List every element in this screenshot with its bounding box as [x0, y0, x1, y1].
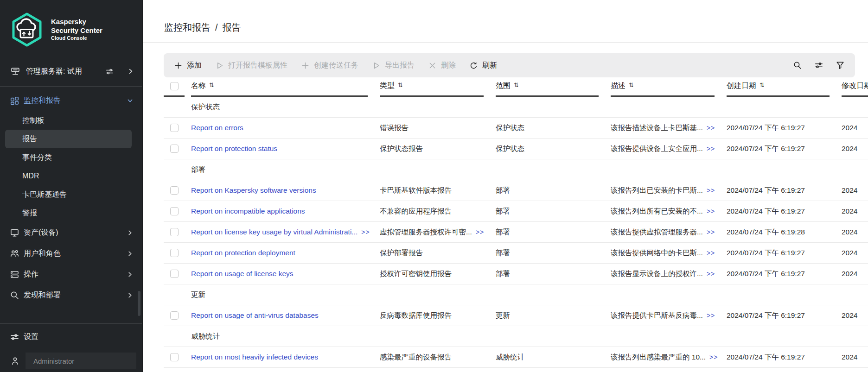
breadcrumb-parent[interactable]: 监控和报告: [164, 21, 211, 34]
column-header-modified[interactable]: 修改日期 ⇅: [842, 81, 868, 97]
column-header-description[interactable]: 描述 ⇅: [611, 81, 727, 97]
toolbar-button-3[interactable]: 导出报告: [372, 61, 415, 70]
toolbar-button-4[interactable]: 删除: [428, 61, 456, 70]
row-checkbox[interactable]: [170, 186, 179, 195]
report-modified-date: 2024: [842, 249, 868, 257]
filter-settings-icon[interactable]: [814, 61, 823, 70]
sort-icon: ⇅: [514, 82, 519, 88]
report-name-link[interactable]: Report on errors: [191, 124, 243, 132]
column-header-name[interactable]: 名称 ⇅: [191, 81, 380, 97]
report-created-date: 2024/07/24 下午 6:19:27: [727, 207, 842, 216]
row-checkbox[interactable]: [170, 270, 179, 278]
description-expand-link[interactable]: >>: [707, 312, 715, 319]
table-row: Report on protection status保护状态报告保护状态该报告…: [164, 139, 868, 159]
sidebar-item-dashboard[interactable]: 控制板: [5, 111, 132, 130]
settings-sliders-icon: [10, 332, 19, 342]
report-name-link[interactable]: Report on Kaspersky software versions: [191, 186, 316, 195]
select-all-checkbox-header[interactable]: [164, 81, 191, 97]
table-body: 保护状态Report on errors错误报告保护状态该报告描述设备上卡巴斯基…: [164, 97, 868, 368]
sort-icon: ⇅: [398, 82, 403, 88]
description-expand-link[interactable]: >>: [707, 187, 715, 194]
report-modified-date: 2024: [842, 145, 868, 153]
sidebar-item-kaspersky-announcements[interactable]: 卡巴斯基通告: [5, 185, 132, 204]
breadcrumb: 监控和报告 / 报告: [164, 21, 868, 34]
user-name: Administrator: [26, 353, 136, 369]
table-row: Report on most heavily infected devices感…: [164, 347, 868, 368]
column-header-created[interactable]: 创建日期 ⇅: [727, 81, 842, 97]
row-checkbox[interactable]: [170, 311, 179, 320]
report-name-link[interactable]: Report on usage of anti-virus databases: [191, 311, 319, 320]
description-expand-link[interactable]: >>: [707, 208, 715, 215]
report-created-date: 2024/07/24 下午 6:19:27: [727, 269, 842, 279]
report-type: 感染最严重的设备报告: [380, 353, 452, 362]
sidebar-item-event-selections[interactable]: 事件分类: [5, 148, 132, 167]
column-header-scope[interactable]: 范围 ⇅: [496, 81, 611, 97]
report-name-link[interactable]: Report on incompatible applications: [191, 207, 305, 215]
chevron-right-icon: [127, 292, 134, 299]
sidebar-item-mdr[interactable]: MDR: [5, 167, 132, 185]
sidebar-item-alerts[interactable]: 警报: [5, 204, 132, 222]
app-logo: Kaspersky Security Center Cloud Console: [0, 0, 142, 47]
report-description: 该报告列出所有已安装的不...: [611, 207, 703, 216]
report-scope: 部署: [496, 269, 611, 279]
row-checkbox[interactable]: [170, 207, 179, 215]
description-expand-link[interactable]: >>: [707, 249, 715, 257]
sidebar-item-users-roles[interactable]: 用户和角色: [0, 243, 142, 264]
sidebar-item-operations[interactable]: 操作: [0, 264, 142, 285]
server-settings-icon[interactable]: [105, 67, 114, 76]
report-description: 该报告描述设备上卡巴斯基...: [611, 123, 703, 133]
row-checkbox[interactable]: [170, 124, 179, 132]
row-checkbox[interactable]: [170, 228, 179, 236]
report-name-link[interactable]: Report on protection deployment: [191, 249, 295, 257]
sidebar-scrollbar[interactable]: [138, 291, 140, 316]
type-expand-link[interactable]: >>: [476, 228, 484, 236]
sidebar-item-settings[interactable]: 设置: [0, 327, 142, 347]
row-checkbox[interactable]: [170, 353, 179, 361]
page-header: 监控和报告 / 报告: [143, 0, 868, 43]
users-icon: [10, 249, 19, 259]
report-name-link[interactable]: Report on usage of license keys: [191, 270, 294, 278]
report-name-link[interactable]: Report on protection status: [191, 145, 277, 153]
sidebar-item-assets-devices[interactable]: 资产(设备): [0, 222, 142, 243]
name-expand-link[interactable]: >>: [361, 228, 370, 236]
report-description: 该报告显示设备上的授权许...: [611, 269, 703, 279]
sidebar-divider: [0, 86, 142, 87]
row-checkbox[interactable]: [170, 249, 179, 257]
administration-server-selector[interactable]: 管理服务器: 试用: [0, 61, 142, 82]
description-expand-link[interactable]: >>: [709, 353, 718, 361]
funnel-icon[interactable]: [836, 61, 845, 70]
description-expand-link[interactable]: >>: [707, 145, 715, 152]
column-header-type[interactable]: 类型 ⇅: [380, 81, 496, 97]
search-icon[interactable]: [793, 61, 802, 70]
report-type: 授权许可密钥使用报告: [380, 269, 452, 279]
table-row: Report on license key usage by virtual A…: [164, 222, 868, 243]
table-row: Report on usage of license keys授权许可密钥使用报…: [164, 264, 868, 284]
toolbar-button-0[interactable]: 添加: [174, 61, 202, 70]
group-row: 更新: [164, 284, 868, 305]
report-description: 该报告提供设备上安全应用...: [611, 144, 703, 154]
current-user[interactable]: Administrator: [0, 352, 142, 370]
report-description: 该报告列出感染最严重的 10...: [611, 353, 706, 362]
sidebar-item-reports[interactable]: 报告: [5, 130, 132, 148]
report-type: 保护状态报告: [380, 144, 423, 154]
report-name-link[interactable]: Report on most heavily infected devices: [191, 353, 318, 361]
report-scope: 部署: [496, 207, 611, 216]
cross-icon: [428, 61, 437, 70]
report-scope: 更新: [496, 311, 611, 321]
sidebar-item-discovery-deployment[interactable]: 发现和部署: [0, 285, 142, 306]
report-name-link[interactable]: Report on license key usage by virtual A…: [191, 228, 357, 236]
chevron-right-icon: [127, 229, 134, 236]
toolbar-button-2[interactable]: 创建传送任务: [301, 61, 358, 70]
report-type: 反病毒数据库使用报告: [380, 311, 452, 321]
toolbar-button-1[interactable]: 打开报告模板属性: [215, 61, 287, 70]
row-checkbox[interactable]: [170, 145, 179, 153]
report-type: 虚拟管理服务器授权许可密...: [380, 227, 472, 237]
select-all-checkbox[interactable]: [170, 82, 179, 90]
table-row: Report on errors错误报告保护状态该报告描述设备上卡巴斯基...>…: [164, 118, 868, 139]
description-expand-link[interactable]: >>: [707, 228, 715, 236]
report-description: 该报告列出已安装的卡巴斯...: [611, 186, 703, 195]
toolbar-button-5[interactable]: 刷新: [469, 61, 497, 70]
sidebar-item-monitoring-reports[interactable]: 监控和报告: [0, 90, 142, 111]
description-expand-link[interactable]: >>: [707, 270, 715, 277]
description-expand-link[interactable]: >>: [707, 124, 715, 132]
